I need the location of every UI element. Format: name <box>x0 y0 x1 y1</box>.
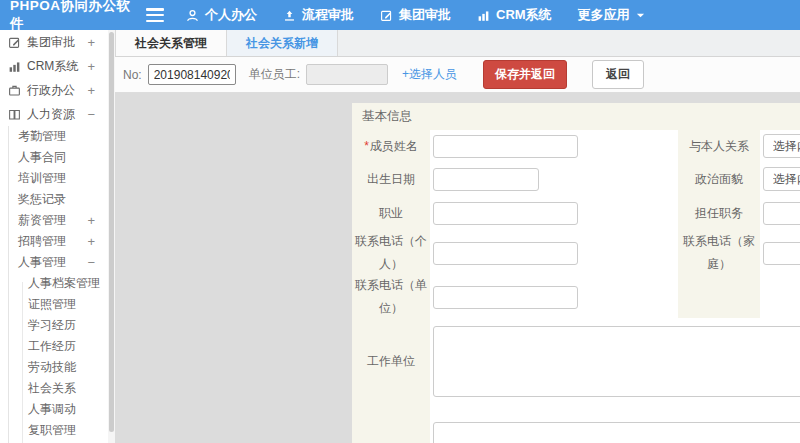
section-title: 基本信息 <box>352 103 800 130</box>
expand-toggle-icon[interactable]: − <box>87 255 95 270</box>
sidebar-scrollbar[interactable] <box>108 30 115 443</box>
tab-bar: 社会关系管理社会关系新增 <box>115 30 800 57</box>
sidebar-item-薪资管理[interactable]: 薪资管理+ <box>0 210 108 231</box>
position-label: 担任职务 <box>678 196 760 230</box>
sidebar-item-人事合同[interactable]: 人事合同 <box>0 147 108 168</box>
required-mark: * <box>364 139 369 153</box>
sidebar-item-证照管理[interactable]: 证照管理 <box>0 294 108 315</box>
phone-personal-label: 联系电话（个人） <box>352 230 430 276</box>
sidebar-item-label: 人事调动 <box>28 401 76 418</box>
political-select[interactable]: 选择内容 <box>763 167 800 191</box>
sidebar-scrollbar-thumb[interactable] <box>109 32 114 432</box>
sidebar-item-label: 招聘管理 <box>18 233 66 250</box>
nav-item-label: 流程审批 <box>302 6 354 24</box>
sidebar-item-label: 奖惩记录 <box>18 191 66 208</box>
next-field-textarea[interactable] <box>433 422 800 443</box>
phone-personal-input[interactable] <box>433 242 578 265</box>
sidebar-item-培训管理[interactable]: 培训管理 <box>0 168 108 189</box>
sidebar-item-label: 复职管理 <box>28 422 76 439</box>
briefcase-icon <box>8 84 21 97</box>
sidebar-item-label: 考勤管理 <box>18 128 66 145</box>
sidebar-item-label: 社会关系 <box>28 380 76 397</box>
expand-toggle-icon[interactable]: + <box>87 35 95 50</box>
sidebar-item-人力资源[interactable]: 人力资源− <box>0 102 108 126</box>
no-label: No: <box>123 68 142 82</box>
sidebar-item-复职管理[interactable]: 复职管理 <box>0 420 108 441</box>
sidebar-item-label: 劳动技能 <box>28 359 76 376</box>
sidebar-item-label: 培训管理 <box>18 170 66 187</box>
tab-社会关系管理[interactable]: 社会关系管理 <box>115 30 227 56</box>
sidebar-item-label: 人事档案管理 <box>28 275 100 292</box>
sidebar-item-人事档案管理[interactable]: 人事档案管理 <box>0 273 108 294</box>
sidebar-item-社会关系[interactable]: 社会关系 <box>0 378 108 399</box>
expand-toggle-icon[interactable]: + <box>87 234 95 249</box>
position-input[interactable] <box>763 202 800 225</box>
nav-item-个人办公[interactable]: 个人办公 <box>186 6 257 24</box>
toolbar: No: 单位员工: +选择人员 保存并返回 返回 <box>115 57 800 93</box>
nav-item-集团审批[interactable]: 集团审批 <box>380 6 451 24</box>
tab-社会关系新增[interactable]: 社会关系新增 <box>227 30 338 56</box>
expand-toggle-icon[interactable]: + <box>87 59 95 74</box>
sidebar-item-人事调动[interactable]: 人事调动 <box>0 399 108 420</box>
sidebar-item-label: 行政办公 <box>27 82 75 99</box>
expand-toggle-icon[interactable]: + <box>87 213 95 228</box>
next-field-label <box>352 404 430 443</box>
phone-work-input[interactable] <box>433 286 578 309</box>
user-icon <box>186 9 199 22</box>
expand-toggle-icon[interactable]: − <box>87 107 95 122</box>
nav-item-label: 更多应用 <box>578 6 630 24</box>
occupation-label: 职业 <box>352 196 430 230</box>
birth-date-label: 出生日期 <box>352 162 430 196</box>
select-person-link[interactable]: +选择人员 <box>402 66 457 83</box>
sidebar-item-工作经历[interactable]: 工作经历 <box>0 336 108 357</box>
sidebar-item-学习经历[interactable]: 学习经历 <box>0 315 108 336</box>
edit-square-icon <box>8 36 21 49</box>
sidebar-item-行政办公[interactable]: 行政办公+ <box>0 78 108 102</box>
member-name-label: *成员姓名 <box>352 130 430 162</box>
sidebar-item-label: 证照管理 <box>28 296 76 313</box>
save-and-return-button[interactable]: 保存并返回 <box>483 60 567 89</box>
caret-down-icon <box>636 8 645 23</box>
sidebar-item-奖惩记录[interactable]: 奖惩记录 <box>0 189 108 210</box>
sidebar-item-label: 薪资管理 <box>18 212 66 229</box>
sidebar-item-招聘管理[interactable]: 招聘管理+ <box>0 231 108 252</box>
relation-label: 与本人关系 <box>678 130 760 162</box>
topbar: PHPOA协同办公软件 个人办公流程审批集团审批CRM系统更多应用 <box>0 0 800 30</box>
sidebar-item-label: 人力资源 <box>27 106 75 123</box>
sidebar-item-label: 人事管理 <box>18 254 66 271</box>
no-input[interactable] <box>148 64 236 85</box>
sidebar-menu: 集团审批+CRM系统+行政办公+人力资源−考勤管理人事合同培训管理奖惩记录薪资管… <box>0 30 108 443</box>
app-title: PHPOA协同办公软件 <box>0 0 138 33</box>
employee-input[interactable] <box>306 64 388 85</box>
sidebar-item-人事管理[interactable]: 人事管理− <box>0 252 108 273</box>
nav-item-label: 个人办公 <box>205 6 257 24</box>
basic-info-panel: 基本信息 *成员姓名 与本人关系 选择内容 出生日期 政治面貌 选择内容 职业 … <box>352 103 800 443</box>
sidebar-item-劳动技能[interactable]: 劳动技能 <box>0 357 108 378</box>
process-icon <box>283 9 296 22</box>
member-name-input[interactable] <box>433 135 578 158</box>
phone-home-input[interactable] <box>763 242 800 265</box>
nav-item-更多应用[interactable]: 更多应用 <box>578 6 645 24</box>
expand-toggle-icon[interactable]: + <box>87 83 95 98</box>
phone-home-label: 联系电话（家庭） <box>678 230 760 276</box>
relation-select[interactable]: 选择内容 <box>763 134 800 158</box>
menu-toggle-icon[interactable] <box>146 8 164 22</box>
nav-item-CRM系统[interactable]: CRM系统 <box>477 6 552 24</box>
work-unit-label: 工作单位 <box>352 318 430 404</box>
sidebar-item-集团审批[interactable]: 集团审批+ <box>0 30 108 54</box>
nav-item-label: CRM系统 <box>496 6 552 24</box>
empty-input-cell <box>760 276 800 318</box>
sidebar-item-CRM系统[interactable]: CRM系统+ <box>0 54 108 78</box>
birth-date-input[interactable] <box>433 168 539 191</box>
sidebar-item-label: 学习经历 <box>28 317 76 334</box>
book-icon <box>8 108 21 121</box>
nav-item-流程审批[interactable]: 流程审批 <box>283 6 354 24</box>
sidebar-item-label: CRM系统 <box>27 58 78 75</box>
sidebar-item-考勤管理[interactable]: 考勤管理 <box>0 126 108 147</box>
phone-work-label: 联系电话（单位） <box>352 276 430 318</box>
occupation-input[interactable] <box>433 202 578 225</box>
work-unit-textarea[interactable] <box>433 326 800 397</box>
sidebar-item-label: 集团审批 <box>27 34 75 51</box>
back-button[interactable]: 返回 <box>592 60 644 89</box>
topbar-nav: 个人办公流程审批集团审批CRM系统更多应用 <box>186 6 671 24</box>
